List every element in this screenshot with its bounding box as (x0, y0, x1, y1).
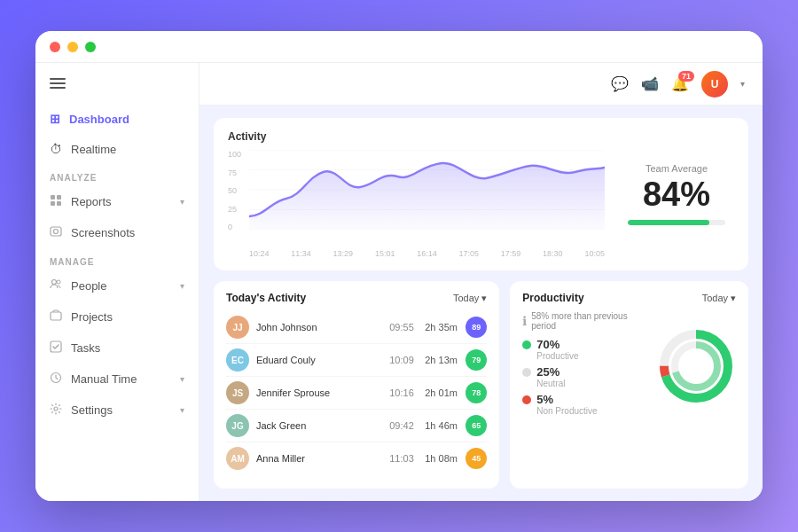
activity-table: JJ John Johnson 09:55 2h 35m 89 EC Eduar… (226, 311, 487, 474)
sidebar-item-settings[interactable]: Settings ▾ (35, 395, 199, 426)
svg-point-6 (52, 280, 57, 285)
avatar: JG (226, 414, 249, 437)
duration: 1h 46m (425, 420, 458, 431)
todays-activity-card: Today's Activity Today ▾ JJ John Johnson… (214, 281, 499, 489)
time-in: 10:16 (389, 387, 418, 398)
duration: 2h 35m (425, 322, 458, 332)
chevron-down-icon: ▾ (180, 197, 184, 207)
svg-rect-8 (51, 312, 61, 320)
avatar[interactable]: U (701, 71, 728, 98)
productivity-title: Productivity (522, 292, 583, 304)
notification-bell[interactable]: 🔔 71 (671, 75, 689, 92)
hamburger-button[interactable] (35, 75, 199, 104)
tasks-icon (50, 340, 62, 356)
svg-point-7 (57, 280, 60, 284)
sidebar-item-dashboard[interactable]: ⊞ Dashboard (35, 104, 199, 134)
sidebar-item-projects[interactable]: Projects (35, 301, 199, 332)
productivity-card: Productivity Today ▾ ℹ 58% more than pre… (510, 281, 748, 489)
sidebar-item-manual-time[interactable]: Manual Time ▾ (35, 364, 199, 395)
avatar-chevron[interactable]: ▾ (740, 79, 745, 89)
sidebar-item-reports[interactable]: Reports ▾ (35, 186, 199, 217)
legend-non-productive: 5% Non Productive (522, 393, 647, 416)
close-dot[interactable] (50, 42, 60, 52)
avatar: EC (226, 348, 249, 372)
donut-svg (656, 326, 736, 406)
sidebar-item-label: Manual Time (71, 372, 137, 386)
duration: 2h 13m (425, 355, 458, 365)
avatar: JJ (226, 316, 249, 339)
chevron-down-icon: ▾ (731, 293, 736, 304)
score-badge: 89 (466, 317, 487, 338)
sidebar-item-label: People (71, 279, 106, 293)
titlebar (35, 31, 763, 63)
video-icon[interactable]: 📹 (641, 75, 659, 92)
realtime-icon: ⏱ (50, 142, 62, 156)
svg-rect-2 (51, 201, 55, 206)
reports-icon (50, 194, 62, 209)
user-name: John Johnson (256, 322, 382, 332)
today-filter-button[interactable]: Today ▾ (453, 293, 487, 304)
projects-icon (50, 309, 62, 325)
sidebar-item-label: Settings (71, 403, 113, 417)
chevron-down-icon: ▾ (180, 374, 184, 384)
score-badge: 65 (466, 415, 487, 436)
minimize-dot[interactable] (67, 42, 78, 52)
table-row: AM Anna Miller 11:03 1h 08m 45 (226, 442, 487, 474)
sidebar-item-label: Screenshots (71, 226, 135, 239)
team-average-label: Team Average (645, 163, 708, 174)
productivity-body: ℹ 58% more than previous period 70% Prod… (522, 311, 736, 420)
dashboard-icon: ⊞ (50, 112, 60, 126)
svg-point-11 (54, 407, 58, 411)
svg-rect-0 (51, 195, 55, 200)
table-row: JG Jack Green 09:42 1h 46m 65 (226, 410, 487, 442)
sidebar-item-realtime[interactable]: ⏱ Realtime (35, 134, 199, 164)
content-area: 💬 📹 🔔 71 U ▾ Activity 100 (200, 63, 763, 501)
card-header: Today's Activity Today ▾ (226, 292, 487, 304)
team-average-box: Team Average 84% (619, 130, 734, 258)
user-name: Eduard Couly (256, 355, 382, 365)
productivity-legend: ℹ 58% more than previous period 70% Prod… (522, 311, 647, 420)
svg-rect-3 (57, 201, 61, 206)
time-in: 09:55 (389, 322, 418, 332)
card-header: Productivity Today ▾ (522, 292, 736, 304)
chart-title: Activity (228, 130, 605, 143)
score-badge: 45 (466, 448, 487, 469)
sidebar-item-label: Realtime (71, 143, 116, 156)
x-axis-labels: 10:24 11:34 13:29 15:01 16:14 17:05 17:5… (228, 249, 605, 258)
time-in: 10:09 (389, 355, 418, 365)
svg-rect-4 (51, 227, 61, 236)
non-productive-dot (522, 395, 531, 404)
table-row: JS Jennifer Sprouse 10:16 2h 01m 78 (226, 377, 487, 410)
sidebar-item-label: Dashboard (69, 113, 129, 126)
sidebar-item-tasks[interactable]: Tasks (35, 332, 199, 364)
screenshots-icon (50, 225, 62, 240)
topbar: 💬 📹 🔔 71 U ▾ (200, 63, 763, 106)
inner-content: Activity 100 75 50 25 0 (200, 106, 763, 501)
chat-icon[interactable]: 💬 (611, 75, 629, 92)
activity-card: Activity 100 75 50 25 0 (214, 118, 748, 270)
user-name: Anna Miller (256, 453, 382, 464)
chevron-down-icon: ▾ (180, 405, 184, 415)
avatar: AM (226, 447, 249, 470)
manage-section-label: MANAGE (35, 248, 199, 270)
sidebar-item-people[interactable]: People ▾ (35, 270, 199, 301)
team-average-value: 84% (643, 177, 710, 211)
legend-productive: 70% Productive (522, 338, 647, 361)
maximize-dot[interactable] (85, 42, 96, 52)
user-name: Jennifer Sprouse (256, 387, 382, 398)
duration: 2h 01m (425, 387, 458, 398)
time-in: 09:42 (389, 420, 418, 431)
progress-bar (628, 220, 725, 225)
todays-activity-title: Today's Activity (226, 292, 306, 304)
sidebar: ⊞ Dashboard ⏱ Realtime ANALYZE Reports (35, 63, 200, 501)
time-in: 11:03 (389, 453, 418, 464)
sidebar-item-label: Reports (71, 195, 112, 208)
settings-icon (50, 403, 62, 418)
progress-bar-fill (628, 220, 709, 225)
manual-time-icon (50, 372, 62, 387)
sidebar-item-screenshots[interactable]: Screenshots (35, 217, 199, 248)
productivity-filter-button[interactable]: Today ▾ (702, 293, 736, 304)
table-row: EC Eduard Couly 10:09 2h 13m 79 (226, 344, 487, 377)
productive-dot (522, 340, 531, 349)
analyze-section-label: ANALYZE (35, 164, 199, 186)
